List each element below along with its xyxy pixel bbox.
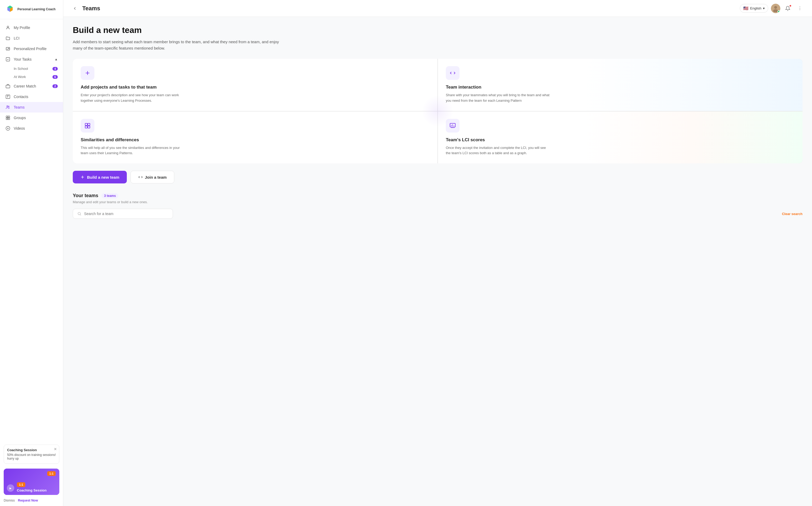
clear-search-button[interactable]: Clear search xyxy=(782,212,803,216)
dismiss-button[interactable]: Dismiss xyxy=(4,499,15,502)
logo-area: Personal Learning Coach xyxy=(0,0,63,19)
your-teams-description: Manage and edit your teams or build a ne… xyxy=(73,200,803,204)
banner-label: 1:1 xyxy=(17,482,25,487)
career-icon xyxy=(5,84,11,89)
sidebar-item-label: Videos xyxy=(14,126,25,131)
sidebar-item-career-match[interactable]: Career Match 2 xyxy=(0,81,63,91)
online-status-indicator xyxy=(778,10,780,13)
search-input[interactable] xyxy=(84,212,168,216)
sidebar-item-label: Teams xyxy=(14,105,24,109)
coaching-banner[interactable]: 1:1 ▶ 1:1 Coaching Session xyxy=(4,469,59,495)
at-work-badge: 6 xyxy=(53,75,58,79)
svg-rect-18 xyxy=(85,126,87,128)
close-coaching-btn[interactable]: ✕ xyxy=(54,447,57,451)
svg-rect-11 xyxy=(8,118,10,120)
join-a-team-button[interactable]: Join a team xyxy=(131,171,174,183)
your-teams-header: Your teams 3 teams xyxy=(73,193,803,198)
sidebar-item-label: Career Match xyxy=(14,84,36,88)
in-school-badge: 4 xyxy=(53,67,58,71)
folder-icon xyxy=(5,35,11,41)
similarities-title: Similarities and differences xyxy=(81,137,429,143)
sidebar-item-label: Contacts xyxy=(14,95,28,99)
coaching-title: Coaching Session xyxy=(7,448,56,452)
sidebar-item-personalized-profile[interactable]: Personalized Profile xyxy=(0,44,63,54)
profile-icon xyxy=(5,25,11,30)
dismiss-row: Dismiss Request Now xyxy=(0,499,63,506)
banner-num: 1:1 xyxy=(47,471,56,476)
svg-marker-13 xyxy=(8,128,9,129)
svg-point-0 xyxy=(7,26,9,28)
build-new-team-button[interactable]: Build a new team xyxy=(73,171,127,183)
build-new-team-title: Build a new team xyxy=(73,25,803,35)
request-now-button[interactable]: Request Now xyxy=(18,499,38,502)
tasks-icon xyxy=(5,57,11,62)
lci-scores-title: Team's LCI scores xyxy=(446,137,795,143)
sidebar-item-label: Your Tasks xyxy=(14,57,32,61)
search-box[interactable] xyxy=(73,209,173,219)
add-projects-title: Add projects and tasks to that team xyxy=(81,85,429,90)
app-logo xyxy=(5,5,15,14)
in-school-label: In School xyxy=(14,67,28,71)
build-new-team-description: Add members to start seeing what each te… xyxy=(73,39,289,52)
feature-cards-grid: Add projects and tasks to that team Ente… xyxy=(73,59,803,163)
sidebar-item-your-tasks[interactable]: Your Tasks ▲ xyxy=(0,54,63,65)
topbar-right: 🇺🇸 English ▾ ⋮ xyxy=(740,4,805,13)
videos-icon xyxy=(5,126,11,131)
nav-items: My Profile LCI Personalized Profile Your… xyxy=(0,19,63,442)
sidebar-item-label: My Profile xyxy=(14,25,30,30)
sidebar-item-teams[interactable]: Teams xyxy=(0,102,63,112)
similarities-icon xyxy=(81,119,94,133)
team-interaction-title: Team interaction xyxy=(446,85,795,90)
language-label: English xyxy=(750,6,761,10)
sidebar-item-groups[interactable]: Groups xyxy=(0,112,63,123)
chevron-up-icon: ▲ xyxy=(55,58,58,61)
play-icon[interactable]: ▶ xyxy=(7,484,14,492)
sidebar-item-lci[interactable]: LCI xyxy=(0,33,63,44)
svg-rect-9 xyxy=(8,116,10,117)
user-avatar[interactable] xyxy=(771,4,780,13)
team-interaction-icon xyxy=(446,66,460,80)
app-name: Personal Learning Coach xyxy=(17,7,56,12)
sidebar-subitem-at-work[interactable]: At Work 6 xyxy=(14,73,63,81)
search-row: Clear search xyxy=(73,209,803,219)
sidebar-subitem-in-school[interactable]: In School 4 xyxy=(14,65,63,73)
feature-card-lci-scores: Team's LCI scores Once they accept the i… xyxy=(438,111,803,164)
sub-items: In School 4 At Work 6 xyxy=(0,65,63,81)
svg-point-14 xyxy=(774,6,777,9)
action-buttons: Build a new team Join a team xyxy=(73,171,803,183)
at-work-label: At Work xyxy=(14,75,26,79)
language-selector[interactable]: 🇺🇸 English ▾ xyxy=(740,4,768,13)
team-interaction-desc: Share with your teammates what you will … xyxy=(446,92,551,103)
coaching-description: 50% discount on training sessions! hurry… xyxy=(7,453,56,460)
svg-rect-19 xyxy=(88,126,90,128)
sidebar-item-contacts[interactable]: Contacts xyxy=(0,91,63,102)
teams-count-badge: 3 teams xyxy=(101,193,118,198)
sidebar-item-my-profile[interactable]: My Profile xyxy=(0,22,63,33)
svg-rect-17 xyxy=(88,123,90,125)
svg-point-21 xyxy=(78,213,80,215)
svg-rect-8 xyxy=(6,116,8,117)
similarities-desc: This will help all of you see the simila… xyxy=(81,145,186,156)
sidebar-item-videos[interactable]: Videos xyxy=(0,123,63,134)
feature-card-similarities: Similarities and differences This will h… xyxy=(73,111,437,164)
notifications-button[interactable] xyxy=(783,4,793,13)
your-teams-section: Your teams 3 teams Manage and edit your … xyxy=(73,193,803,219)
join-a-team-btn-label: Join a team xyxy=(145,175,167,179)
flag-icon: 🇺🇸 xyxy=(743,6,748,11)
coaching-section: ✕ Coaching Session 50% discount on train… xyxy=(4,445,59,464)
page-title: Teams xyxy=(82,5,737,12)
sidebar-collapse-button[interactable] xyxy=(71,4,79,13)
feature-card-team-interaction: Team interaction Share with your teammat… xyxy=(438,59,803,111)
card-icon xyxy=(5,46,11,52)
chevron-down-icon: ▾ xyxy=(763,6,765,10)
contacts-icon xyxy=(5,94,11,99)
build-new-team-btn-label: Build a new team xyxy=(87,175,119,179)
sidebar-item-label: Groups xyxy=(14,116,26,120)
your-teams-title: Your teams xyxy=(73,193,98,198)
more-options-button[interactable]: ⋮ xyxy=(795,4,805,13)
content-area: Build a new team Add members to start se… xyxy=(63,17,812,506)
svg-rect-16 xyxy=(85,123,87,125)
svg-rect-5 xyxy=(6,95,10,99)
career-match-badge: 2 xyxy=(53,84,58,88)
add-projects-icon xyxy=(81,66,94,80)
